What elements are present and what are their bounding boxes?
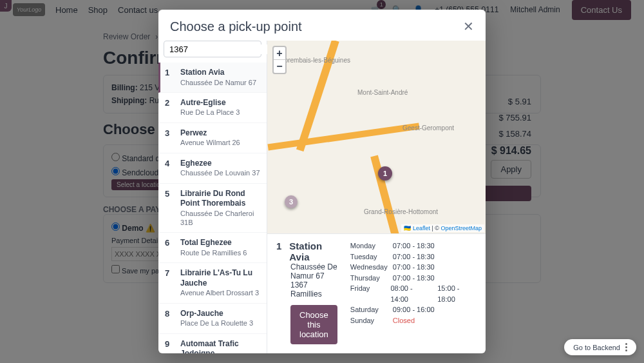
location-item[interactable]: 2 Autre-Eglise Rue De La Place 3 (158, 93, 267, 123)
map[interactable]: + − Thorembais-les-Béguines Mont-Saint-A… (267, 41, 486, 233)
search-box: 🔍 (164, 41, 261, 57)
opening-hours: Monday 07:00 - 18:30 Tuesday 07:00 - 18:… (350, 240, 477, 344)
go-to-backend-button[interactable]: Go to Backend (564, 339, 636, 355)
search-input[interactable] (169, 44, 278, 54)
map-town-label: Grand-Rosière-Hottomont (364, 208, 438, 215)
location-number: 4 (165, 159, 174, 178)
hours-day: Sunday (350, 315, 385, 326)
location-address: Rue De La Place 3 (180, 108, 260, 117)
location-item[interactable]: 7 Librairie L'As-Tu Lu Jauche Avenue Alb… (158, 263, 267, 303)
close-icon[interactable]: ✕ (463, 19, 474, 34)
location-detail: 1 Station Avia Chaussée De Namur 67 1367… (267, 233, 486, 353)
kebab-icon[interactable] (625, 343, 627, 351)
hours-row: Tuesday 07:00 - 18:30 (350, 251, 477, 262)
location-name: Total Eghezee (180, 238, 260, 248)
location-address: Chaussée De Namur 67 (180, 78, 260, 87)
hours-range: 07:00 - 18:30 (393, 240, 435, 251)
location-name: Perwez (180, 128, 260, 139)
location-item[interactable]: 6 Total Eghezee Route De Ramillies 6 (158, 233, 267, 263)
location-number: 3 (165, 128, 174, 148)
location-name: Librairie Du Rond Point Thorembais (180, 189, 260, 209)
choose-location-button[interactable]: Choose this location (290, 305, 337, 344)
zoom-in-button[interactable]: + (274, 47, 285, 60)
location-number: 8 (165, 309, 174, 328)
map-town-label: Thorembais-les-Béguines (277, 57, 350, 64)
location-item[interactable]: 9 Automaat Trafic Jodoigne Rue De Septem… (158, 334, 267, 353)
leaflet-link[interactable]: Leaflet (413, 225, 430, 231)
hours-row: Monday 07:00 - 18:30 (350, 240, 477, 251)
zoom-out-button[interactable]: − (274, 60, 285, 73)
hours-range-2: 15:00 - 18:00 (437, 283, 477, 304)
hours-day: Monday (350, 240, 385, 251)
hours-row: Saturday 09:00 - 16:00 (350, 304, 477, 315)
location-number: 7 (165, 268, 174, 297)
location-number: 9 (165, 339, 174, 353)
go-to-backend-label: Go to Backend (573, 344, 620, 351)
location-name: Station Avia (180, 68, 260, 78)
hours-day: Thursday (350, 273, 385, 284)
hours-row: Thursday 07:00 - 18:30 (350, 273, 477, 284)
detail-address-2: 1367 Ramillies (290, 280, 337, 299)
location-item[interactable]: 3 Perwez Avenue Wilmart 26 (158, 123, 267, 153)
location-number: 2 (165, 98, 174, 117)
location-item[interactable]: 1 Station Avia Chaussée De Namur 67 (158, 63, 267, 93)
modal-title: Choose a pick-up point (170, 19, 302, 34)
map-zoom-controls: + − (272, 46, 287, 74)
hours-day: Tuesday (350, 251, 385, 262)
location-name: Eghezee (180, 159, 260, 169)
map-marker[interactable]: 1 (378, 166, 392, 181)
location-address: Route De Ramillies 6 (180, 248, 260, 257)
location-name: Automaat Trafic Jodoigne (180, 339, 260, 353)
location-address: Place De La Roulette 3 (180, 319, 260, 328)
location-item[interactable]: 5 Librairie Du Rond Point Thorembais Cha… (158, 184, 267, 233)
hours-range: 09:00 - 16:00 (393, 304, 435, 315)
hours-row: Wednesday 07:00 - 18:30 (350, 262, 477, 273)
location-address: Avenue Albert Drossart 3 (180, 288, 260, 297)
location-name: Autre-Eglise (180, 98, 260, 108)
location-number: 1 (165, 68, 174, 87)
hours-row: Sunday Closed (350, 315, 477, 326)
location-number: 5 (165, 189, 174, 228)
detail-address-1: Chaussée De Namur 67 (290, 262, 337, 280)
map-town-label: Geest-Gerompont (402, 124, 454, 132)
hours-day: Friday (350, 283, 383, 304)
location-number: 6 (165, 238, 174, 257)
hours-range: 07:00 - 18:30 (393, 262, 435, 273)
location-address: Avenue Wilmart 26 (180, 138, 260, 147)
location-item[interactable]: 4 Eghezee Chaussée De Louvain 37 (158, 153, 267, 184)
map-town-label: Mont-Saint-André (357, 89, 408, 96)
location-item[interactable]: 8 Orp-Jauche Place De La Roulette 3 (158, 304, 267, 334)
hours-day: Wednesday (350, 262, 385, 273)
map-attribution: 🇺🇦 Leaflet | © OpenStreetMap (401, 224, 484, 232)
hours-row: Friday 08:00 - 14:00 15:00 - 18:00 (350, 283, 477, 304)
pickup-modal: Choose a pick-up point ✕ 🔍 1 Station Avi… (158, 10, 486, 353)
hours-range: 07:00 - 18:30 (393, 251, 435, 262)
hours-range: 07:00 - 18:30 (393, 273, 435, 284)
locations-list[interactable]: 1 Station Avia Chaussée De Namur 672 Aut… (158, 63, 267, 353)
osm-link[interactable]: OpenStreetMap (440, 225, 482, 231)
detail-name: Station Avia (289, 240, 337, 262)
location-address: Chaussée De Louvain 37 (180, 168, 260, 177)
location-name: Librairie L'As-Tu Lu Jauche (180, 268, 260, 288)
location-name: Orp-Jauche (180, 309, 260, 319)
hours-day: Saturday (350, 304, 385, 315)
hours-range: 08:00 - 14:00 (390, 283, 430, 304)
location-address: Chaussée De Charleroi 31B (180, 209, 260, 228)
map-marker[interactable]: 3 (285, 195, 298, 208)
hours-range: Closed (393, 315, 415, 326)
detail-number: 1 (276, 240, 281, 262)
